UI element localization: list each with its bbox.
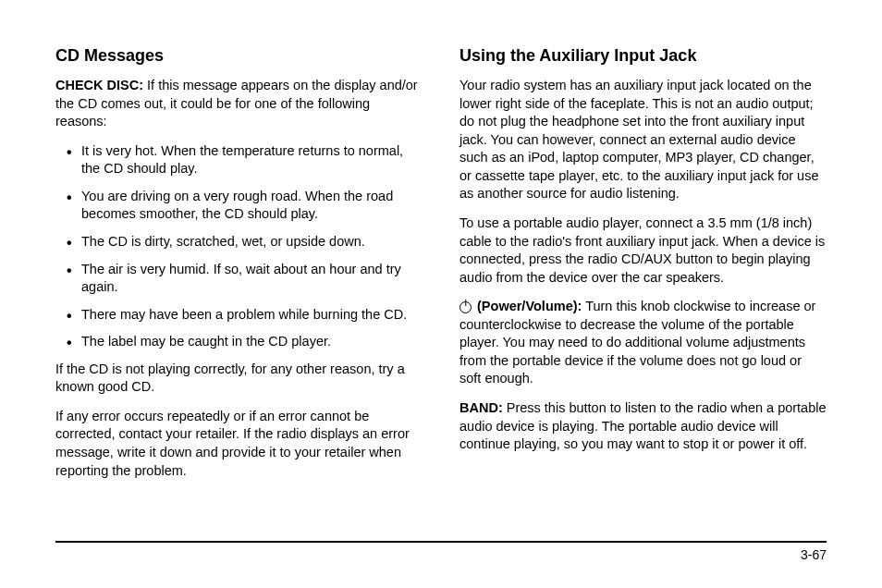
page-footer: 3-67 [55, 541, 827, 562]
error-contact-paragraph: If any error occurs repeatedly or if an … [55, 408, 423, 480]
aux-intro-paragraph: Your radio system has an auxiliary input… [459, 77, 827, 203]
cd-not-playing-paragraph: If the CD is not playing correctly, for … [55, 361, 423, 397]
left-column: CD Messages CHECK DISC: If this message … [55, 46, 423, 491]
list-item: The label may be caught in the CD player… [55, 333, 423, 351]
footer-divider [55, 541, 827, 543]
power-volume-label: (Power/Volume): [473, 299, 582, 313]
band-paragraph: BAND: Press this button to listen to the… [459, 399, 827, 454]
list-item: The air is very humid. If so, wait about… [55, 261, 423, 297]
check-disc-label: CHECK DISC: [55, 78, 143, 92]
power-icon [459, 301, 472, 313]
cd-messages-heading: CD Messages [55, 46, 423, 66]
auxiliary-jack-heading: Using the Auxiliary Input Jack [459, 46, 827, 66]
aux-connect-paragraph: To use a portable audio player, connect … [459, 214, 827, 287]
band-text: Press this button to listen to the radio… [459, 400, 827, 451]
check-disc-paragraph: CHECK DISC: If this message appears on t… [55, 77, 423, 131]
power-volume-paragraph: (Power/Volume): Turn this knob clockwise… [459, 298, 827, 388]
list-item: It is very hot. When the temperature ret… [55, 142, 423, 178]
right-column: Using the Auxiliary Input Jack Your radi… [459, 46, 827, 491]
list-item: There may have been a problem while burn… [55, 306, 423, 325]
list-item: The CD is dirty, scratched, wet, or upsi… [55, 233, 423, 251]
reasons-list: It is very hot. When the temperature ret… [55, 142, 423, 351]
band-label: BAND: [459, 400, 503, 415]
page-number: 3-67 [55, 547, 827, 562]
list-item: You are driving on a very rough road. Wh… [55, 188, 423, 224]
